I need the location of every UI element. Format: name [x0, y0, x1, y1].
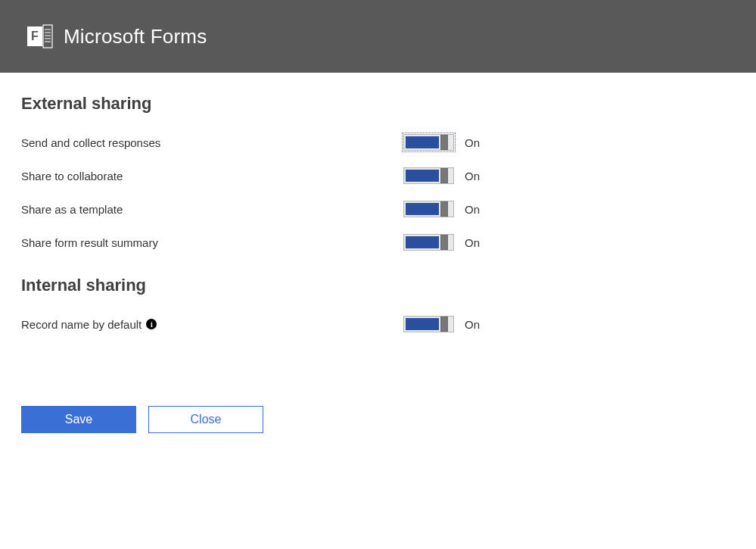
info-icon[interactable]: i — [146, 319, 157, 329]
toggle-state-label: On — [465, 236, 480, 249]
toggle-wrap: On — [403, 234, 480, 251]
setting-label: Record name by default i — [21, 318, 403, 331]
toggle-state-label: On — [465, 136, 480, 149]
forms-logo-icon: F — [27, 23, 53, 49]
brand: F Microsoft Forms — [27, 23, 207, 49]
toggle-send-collect-responses[interactable] — [403, 134, 454, 151]
button-row: Save Close — [21, 406, 263, 433]
setting-label: Share form result summary — [21, 236, 403, 249]
external-sharing-heading: External sharing — [21, 94, 756, 114]
svg-text:F: F — [31, 30, 39, 42]
toggle-wrap: On — [403, 201, 480, 217]
setting-send-collect-responses: Send and collect responses On — [21, 126, 756, 159]
toggle-state-label: On — [465, 318, 480, 331]
setting-share-to-collaborate: Share to collaborate On — [21, 159, 756, 192]
internal-sharing-heading: Internal sharing — [21, 276, 756, 295]
close-button[interactable]: Close — [148, 406, 263, 433]
brand-title: Microsoft Forms — [64, 25, 207, 48]
setting-label: Share as a template — [21, 203, 403, 216]
toggle-wrap: On — [403, 134, 480, 151]
toggle-share-to-collaborate[interactable] — [403, 167, 454, 184]
svg-rect-2 — [43, 25, 52, 48]
toggle-record-name-by-default[interactable] — [403, 316, 454, 332]
settings-page: F Microsoft Forms External sharing Send … — [0, 0, 756, 549]
setting-label: Share to collaborate — [21, 170, 403, 182]
setting-record-name-by-default: Record name by default i On — [21, 307, 756, 341]
content-area: External sharing Send and collect respon… — [0, 73, 756, 341]
setting-share-form-result-summary: Share form result summary On — [21, 226, 756, 259]
toggle-state-label: On — [465, 170, 480, 182]
toggle-wrap: On — [403, 316, 480, 332]
save-button[interactable]: Save — [21, 406, 136, 433]
toggle-share-form-result-summary[interactable] — [403, 234, 454, 251]
toggle-state-label: On — [465, 203, 480, 216]
toggle-share-as-template[interactable] — [403, 201, 454, 217]
setting-label: Send and collect responses — [21, 136, 403, 149]
setting-label-text: Record name by default — [21, 318, 142, 331]
setting-share-as-template: Share as a template On — [21, 192, 756, 226]
header-bar: F Microsoft Forms — [0, 0, 756, 73]
toggle-wrap: On — [403, 167, 480, 184]
